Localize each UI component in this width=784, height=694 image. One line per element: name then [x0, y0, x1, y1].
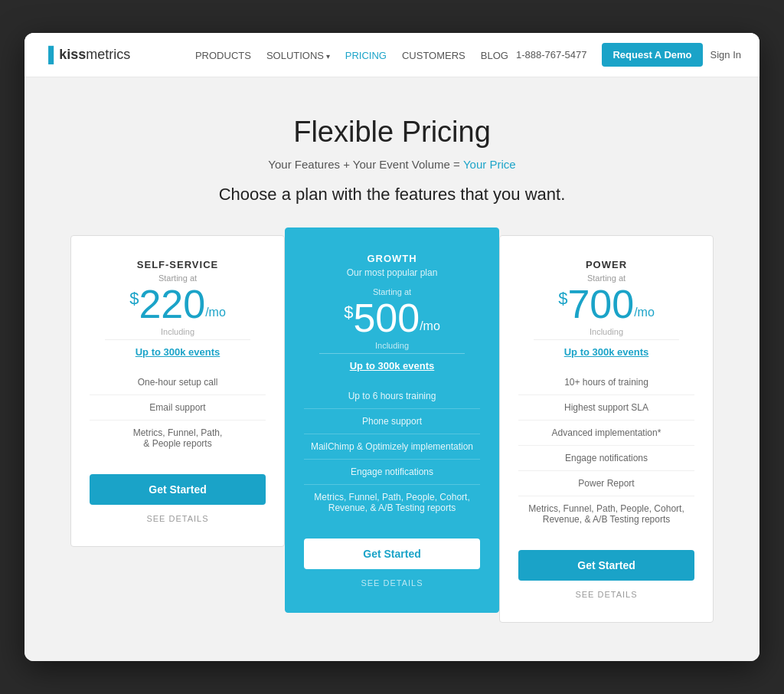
- feature-item: Metrics, Funnel, Path, People, Cohort,Re…: [304, 485, 480, 520]
- pricing-section: SELF-SERVICE Starting at $ 220 /mo Inclu…: [24, 235, 760, 661]
- hero-subtitle-highlight: Your Price: [463, 158, 516, 171]
- see-details-growth[interactable]: SEE DETAILS: [304, 578, 480, 588]
- plan-name-growth: GROWTH: [304, 253, 480, 264]
- feature-item: Metrics, Funnel, Path, People, Cohort,Re…: [518, 496, 694, 532]
- cards-wrapper: SELF-SERVICE Starting at $ 220 /mo Inclu…: [70, 235, 714, 623]
- price-amount-power: 700: [567, 284, 634, 324]
- price-row-self-service: $ 220 /mo: [90, 284, 266, 324]
- hero-subtitle: Your Features + Your Event Volume = Your…: [40, 158, 744, 171]
- get-started-power[interactable]: Get Started: [518, 550, 694, 581]
- events-link-self-service[interactable]: Up to 300k events: [90, 346, 266, 358]
- hero-tagline: Choose a plan with the features that you…: [40, 185, 744, 205]
- nav-item-blog[interactable]: BLOG: [481, 48, 508, 62]
- hero-title: Flexible Pricing: [40, 116, 744, 149]
- logo[interactable]: ▐ kissmetrics: [43, 46, 130, 64]
- feature-item: Advanced implementation*: [518, 421, 694, 446]
- feature-item: Highest support SLA: [518, 395, 694, 421]
- price-mo-power: /mo: [634, 306, 655, 324]
- divider-growth: [319, 353, 465, 354]
- logo-text: kissmetrics: [59, 47, 130, 63]
- price-amount-self-service: 220: [139, 284, 205, 324]
- hero-subtitle-prefix: Your Features + Your Event Volume =: [268, 158, 463, 171]
- browser-frame: ▐ kissmetrics PRODUCTS SOLUTIONS PRICING…: [24, 33, 760, 661]
- feature-item: One-hour setup call: [90, 370, 266, 395]
- plan-power: POWER Starting at $ 700 /mo Including Up…: [499, 235, 714, 623]
- events-link-power[interactable]: Up to 300k events: [518, 346, 694, 358]
- including-power: Including: [518, 327, 694, 336]
- price-dollar-growth: $: [344, 303, 353, 322]
- feature-item: Engage notifications: [518, 446, 694, 471]
- plan-self-service: SELF-SERVICE Starting at $ 220 /mo Inclu…: [70, 235, 285, 547]
- get-started-growth[interactable]: Get Started: [304, 539, 480, 569]
- price-dollar-self-service: $: [129, 289, 139, 309]
- nav-phone: 1-888-767-5477: [516, 49, 587, 61]
- request-demo-button[interactable]: Request A Demo: [602, 43, 702, 67]
- feature-item: Up to 6 hours training: [304, 384, 480, 409]
- signin-button[interactable]: Sign In: [710, 49, 741, 61]
- get-started-self-service[interactable]: Get Started: [90, 474, 266, 505]
- plan-name-self-service: SELF-SERVICE: [90, 259, 266, 270]
- plan-growth: GROWTH Our most popular plan Starting at…: [285, 228, 499, 613]
- price-dollar-power: $: [558, 289, 567, 309]
- feature-item: Email support: [90, 395, 266, 421]
- features-growth: Up to 6 hours training Phone support Mai…: [304, 384, 480, 520]
- feature-item: MailChimp & Optimizely implementation: [304, 434, 480, 460]
- plan-tagline-growth: Our most popular plan: [304, 267, 480, 278]
- features-self-service: One-hour setup call Email support Metric…: [90, 370, 266, 456]
- feature-item: Phone support: [304, 409, 480, 434]
- logo-icon: ▐: [43, 46, 54, 64]
- feature-item: Metrics, Funnel, Path,& People reports: [90, 421, 266, 456]
- price-row-growth: $ 500 /mo: [304, 298, 480, 338]
- price-mo-growth: /mo: [420, 319, 440, 338]
- including-growth: Including: [304, 341, 480, 350]
- hero-section: Flexible Pricing Your Features + Your Ev…: [24, 77, 760, 235]
- including-self-service: Including: [90, 327, 266, 336]
- price-mo-self-service: /mo: [205, 306, 226, 324]
- feature-item: 10+ hours of training: [518, 370, 694, 395]
- feature-item: Power Report: [518, 471, 694, 496]
- events-link-growth[interactable]: Up to 300k events: [304, 360, 480, 372]
- price-row-power: $ 700 /mo: [518, 284, 694, 324]
- plan-name-power: POWER: [518, 259, 694, 270]
- price-amount-growth: 500: [353, 298, 420, 338]
- see-details-power[interactable]: SEE DETAILS: [518, 590, 694, 599]
- feature-item: Engage notifications: [304, 460, 480, 485]
- navbar: ▐ kissmetrics PRODUCTS SOLUTIONS PRICING…: [24, 33, 760, 77]
- nav-item-solutions[interactable]: SOLUTIONS: [266, 48, 330, 62]
- nav-links: PRODUCTS SOLUTIONS PRICING CUSTOMERS BLO…: [195, 48, 508, 62]
- nav-item-products[interactable]: PRODUCTS: [195, 48, 251, 62]
- see-details-self-service[interactable]: SEE DETAILS: [90, 514, 266, 523]
- nav-item-pricing[interactable]: PRICING: [345, 48, 387, 62]
- nav-item-customers[interactable]: CUSTOMERS: [402, 48, 466, 62]
- divider-self-service: [105, 339, 250, 340]
- divider-power: [534, 339, 679, 340]
- features-power: 10+ hours of training Highest support SL…: [518, 370, 694, 532]
